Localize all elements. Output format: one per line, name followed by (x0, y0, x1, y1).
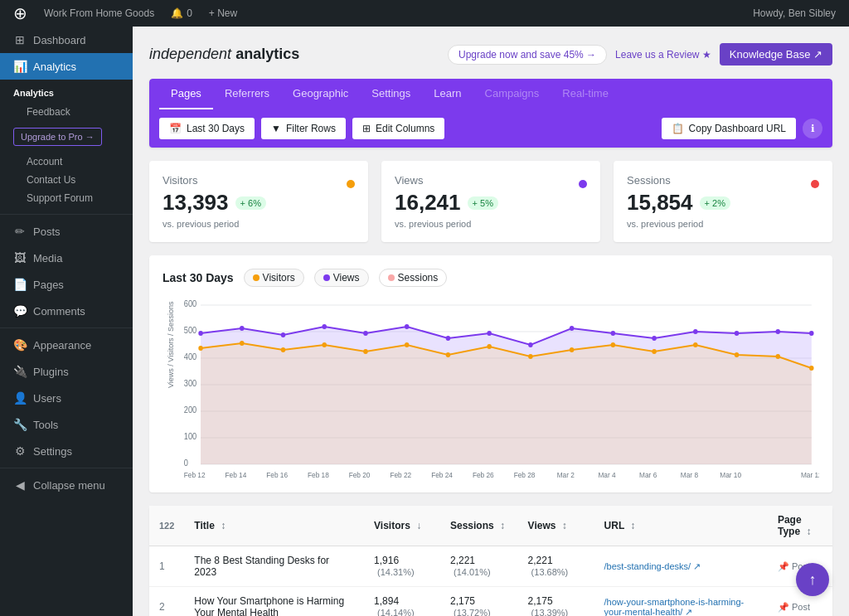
chart-title: Last 30 Days (163, 271, 234, 284)
th-views[interactable]: Views ↕ (518, 506, 594, 546)
tab-settings[interactable]: Settings (360, 79, 422, 109)
visitors-point (809, 366, 814, 371)
sidebar-item-pages[interactable]: 📄 Pages (0, 271, 133, 298)
visitors-point (528, 354, 533, 359)
th-title[interactable]: Title ↕ (184, 506, 364, 546)
last30-button[interactable]: 📅 Last 30 Days (159, 118, 255, 139)
views-point (611, 331, 616, 336)
review-button[interactable]: Leave us a Review ★ (615, 49, 711, 61)
views-badge: + 5% (468, 196, 498, 210)
sidebar-sub-account[interactable]: Account (0, 153, 133, 171)
analytics-icon: 📊 (13, 60, 27, 73)
sidebar-item-settings[interactable]: ⚙ Settings (0, 438, 133, 464)
knowledge-base-button[interactable]: Knowledge Base ↗ (720, 43, 832, 65)
sidebar-item-appearance[interactable]: 🎨 Appearance (0, 332, 133, 358)
wp-logo[interactable]: ⊕ (7, 0, 34, 27)
info-button[interactable]: ℹ (803, 119, 822, 138)
svg-text:Feb 18: Feb 18 (308, 471, 329, 479)
svg-text:300: 300 (184, 379, 196, 388)
chart-container: 600 500 400 300 200 100 0 (163, 297, 819, 479)
sessions-badge: + 2% (700, 196, 730, 210)
svg-text:200: 200 (184, 405, 196, 415)
line-chart: 600 500 400 300 200 100 0 (163, 297, 819, 479)
row-title: The 8 Best Standing Desks for 2023 (184, 546, 364, 587)
views-point (405, 324, 410, 329)
scroll-to-top-button[interactable]: ↑ (796, 563, 829, 596)
views-point (240, 326, 245, 331)
views-point (693, 329, 698, 334)
analytics-section-label: Analytics (0, 83, 133, 103)
th-sessions[interactable]: Sessions ↕ (440, 506, 518, 546)
svg-text:Feb 26: Feb 26 (473, 471, 494, 479)
sidebar-sub-feedback[interactable]: Feedback (0, 103, 133, 121)
row-url[interactable]: /best-standing-desks/ ↗ (594, 546, 768, 587)
svg-text:Mar 10: Mar 10 (720, 471, 741, 479)
sidebar-item-posts[interactable]: ✏ Posts (0, 218, 133, 245)
svg-text:Views / Visitors / Sessions: Views / Visitors / Sessions (167, 301, 175, 388)
upgrade-pro-button[interactable]: Upgrade to Pro → (13, 128, 102, 146)
th-pagetype[interactable]: Page Type ↕ (768, 506, 832, 546)
media-icon: 🖼 (13, 251, 27, 264)
tab-realtime: Real-time (551, 79, 620, 109)
th-visitors[interactable]: Visitors ↓ (364, 506, 440, 546)
visitors-point (363, 349, 368, 354)
row-visitors: 1,916 (14.31%) (364, 546, 440, 587)
legend-visitors[interactable]: Visitors (244, 269, 304, 287)
sidebar-sub-contact[interactable]: Contact Us (0, 171, 133, 189)
views-prev: vs. previous period (395, 219, 587, 229)
sidebar-item-plugins[interactable]: 🔌 Plugins (0, 358, 133, 385)
views-point (322, 324, 327, 329)
user-greeting: Howdy, Ben Sibley (746, 7, 842, 19)
notifications[interactable]: 🔔 0 (164, 0, 199, 27)
svg-text:Feb 14: Feb 14 (226, 471, 247, 479)
svg-text:400: 400 (184, 352, 196, 361)
views-value: 16,241 (395, 190, 461, 216)
visitors-point (240, 341, 245, 346)
table-row: 2 How Your Smartphone is Harming Your Me… (149, 587, 832, 617)
edit-columns-button[interactable]: ⊞ Edit Columns (352, 118, 444, 139)
sidebar-item-comments[interactable]: 💬 Comments (0, 298, 133, 324)
site-name[interactable]: Work From Home Goods (37, 0, 161, 27)
sidebar-item-tools[interactable]: 🔧 Tools (0, 411, 133, 438)
sidebar-item-analytics[interactable]: 📊 Analytics (0, 53, 133, 80)
plugin-logo: independent analytics (149, 46, 299, 63)
svg-text:Feb 22: Feb 22 (390, 471, 411, 479)
row-num: 2 (149, 587, 184, 617)
sidebar-item-media[interactable]: 🖼 Media (0, 245, 133, 271)
data-table: 122 Title ↕ Visitors ↓ Sessions ↕ Views … (149, 506, 832, 616)
views-point (652, 336, 657, 341)
sidebar-item-users[interactable]: 👤 Users (0, 385, 133, 411)
row-url[interactable]: /how-your-smartphone-is-harming-your-men… (594, 587, 768, 617)
tab-pages[interactable]: Pages (159, 79, 213, 109)
pages-icon: 📄 (13, 278, 27, 291)
copy-url-button[interactable]: 📋 Copy Dashboard URL (662, 118, 796, 139)
sidebar-item-dashboard[interactable]: ⊞ Dashboard (0, 27, 133, 53)
sidebar-sub-support[interactable]: Support Forum (0, 189, 133, 207)
tab-geographic[interactable]: Geographic (281, 79, 360, 109)
sessions-dot (811, 180, 819, 188)
tab-referrers[interactable]: Referrers (213, 79, 281, 109)
svg-text:Feb 16: Feb 16 (266, 471, 288, 479)
table-count-header: 122 (149, 506, 184, 546)
th-url[interactable]: URL ↕ (594, 506, 768, 546)
row-title: How Your Smartphone is Harming Your Ment… (184, 587, 364, 617)
views-point (735, 331, 740, 336)
views-point (446, 336, 451, 341)
collapse-menu[interactable]: ◀ Collapse menu (0, 472, 133, 498)
admin-bar: ⊕ Work From Home Goods 🔔 0 + New Howdy, … (0, 0, 849, 27)
row-num: 1 (149, 546, 184, 587)
views-point (363, 331, 368, 336)
table-row: 1 The 8 Best Standing Desks for 2023 1,9… (149, 546, 832, 587)
tab-learn[interactable]: Learn (422, 79, 473, 109)
svg-text:Mar 2: Mar 2 (557, 471, 575, 479)
legend-views[interactable]: Views (314, 269, 369, 287)
legend-sessions[interactable]: Sessions (379, 269, 448, 287)
upgrade-badge[interactable]: Upgrade now and save 45% → (448, 45, 607, 65)
row-sessions: 2,221 (14.01%) (440, 546, 518, 587)
visitors-area (201, 343, 812, 464)
visitors-point (776, 354, 781, 359)
filter-rows-button[interactable]: ▼ Filter Rows (261, 118, 346, 139)
row-sessions: 2,175 (13.72%) (440, 587, 518, 617)
new-content[interactable]: + New (202, 0, 244, 27)
stat-card-views: Views 16,241 + 5% vs. previous period (381, 161, 600, 242)
